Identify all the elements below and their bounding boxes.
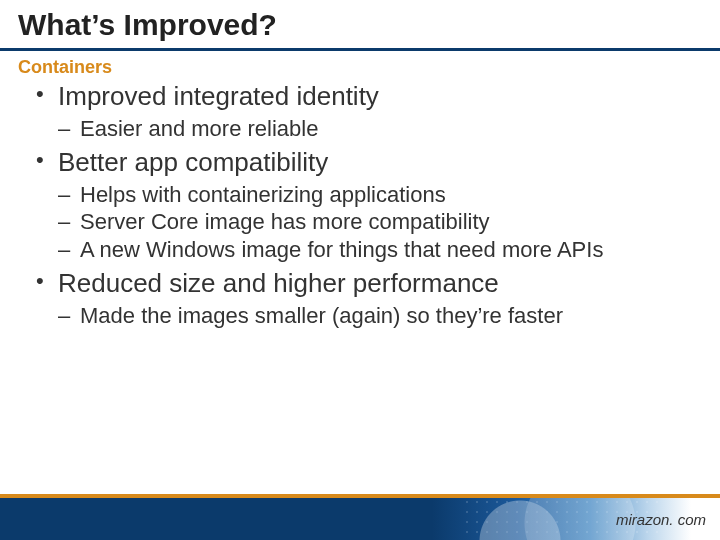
title-underline [0, 48, 720, 51]
list-item: Improved integrated identity Easier and … [30, 80, 690, 142]
list-item: Reduced size and higher performance Made… [30, 267, 690, 329]
bullet-text: A new Windows image for things that need… [80, 237, 603, 262]
slide-content: Improved integrated identity Easier and … [0, 80, 720, 329]
slide-footer: mirazon. com [0, 492, 720, 540]
footer-background [0, 498, 720, 540]
sub-bullet-list: Easier and more reliable [58, 115, 690, 143]
list-item: Better app compatibility Helps with cont… [30, 146, 690, 263]
list-item: Server Core image has more compatibility [58, 208, 690, 236]
bullet-text: Improved integrated identity [58, 81, 379, 111]
bullet-list: Improved integrated identity Easier and … [30, 80, 690, 329]
bullet-text: Made the images smaller (again) so they’… [80, 303, 563, 328]
slide-subtitle: Containers [0, 55, 720, 78]
list-item: Easier and more reliable [58, 115, 690, 143]
footer-url: mirazon. com [616, 511, 706, 528]
sub-bullet-list: Helps with containerizing applications S… [58, 181, 690, 264]
bullet-text: Server Core image has more compatibility [80, 209, 490, 234]
bullet-text: Better app compatibility [58, 147, 328, 177]
list-item: A new Windows image for things that need… [58, 236, 690, 264]
bullet-text: Reduced size and higher performance [58, 268, 499, 298]
bullet-text: Easier and more reliable [80, 116, 318, 141]
sub-bullet-list: Made the images smaller (again) so they’… [58, 302, 690, 330]
bullet-text: Helps with containerizing applications [80, 182, 446, 207]
list-item: Helps with containerizing applications [58, 181, 690, 209]
list-item: Made the images smaller (again) so they’… [58, 302, 690, 330]
slide-title: What’s Improved? [0, 0, 720, 44]
slide: What’s Improved? Containers Improved int… [0, 0, 720, 540]
